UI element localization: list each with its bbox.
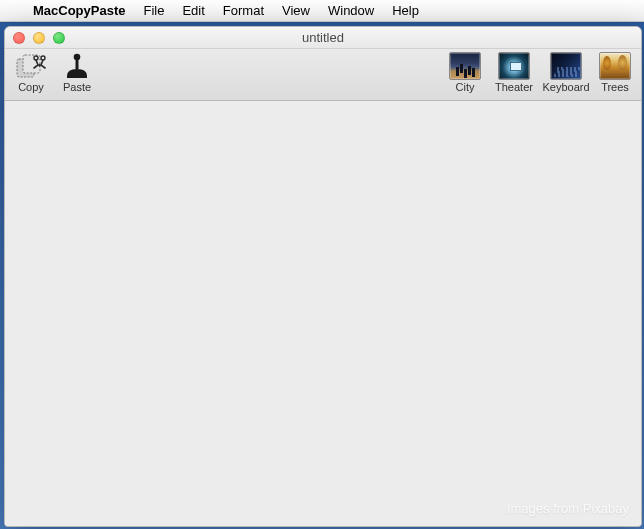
city-button[interactable]: City <box>445 52 485 93</box>
paste-label: Paste <box>63 81 91 93</box>
window-title: untitled <box>5 30 641 45</box>
zoom-button[interactable] <box>53 32 65 44</box>
minimize-button[interactable] <box>33 32 45 44</box>
copy-button[interactable]: Copy <box>11 52 51 93</box>
paste-icon <box>61 52 93 80</box>
paste-button[interactable]: Paste <box>57 52 97 93</box>
menu-file[interactable]: File <box>134 0 173 22</box>
app-menu[interactable]: MacCopyPaste <box>24 0 134 22</box>
toolbar: Copy Paste City Theater <box>5 49 641 101</box>
menu-help[interactable]: Help <box>383 0 428 22</box>
window-titlebar[interactable]: untitled <box>5 27 641 49</box>
theater-thumbnail <box>498 52 530 80</box>
close-button[interactable] <box>13 32 25 44</box>
keyboard-thumbnail <box>550 52 582 80</box>
document-area[interactable]: Images from Pixabay <box>5 101 641 526</box>
menu-window[interactable]: Window <box>319 0 383 22</box>
trees-thumbnail <box>599 52 631 80</box>
trees-label: Trees <box>601 81 629 93</box>
menu-format[interactable]: Format <box>214 0 273 22</box>
copy-label: Copy <box>18 81 44 93</box>
watermark-text: Images from Pixabay <box>507 501 629 516</box>
keyboard-button[interactable]: Keyboard <box>543 52 589 93</box>
svg-rect-6 <box>76 59 79 69</box>
window-controls <box>5 32 65 44</box>
app-window: untitled Copy <box>4 26 642 527</box>
menu-view[interactable]: View <box>273 0 319 22</box>
copy-icon <box>15 52 47 80</box>
keyboard-label: Keyboard <box>542 81 589 93</box>
theater-label: Theater <box>495 81 533 93</box>
theater-button[interactable]: Theater <box>491 52 537 93</box>
system-menubar: MacCopyPaste File Edit Format View Windo… <box>0 0 644 22</box>
menu-edit[interactable]: Edit <box>173 0 213 22</box>
city-thumbnail <box>449 52 481 80</box>
city-label: City <box>456 81 475 93</box>
trees-button[interactable]: Trees <box>595 52 635 93</box>
